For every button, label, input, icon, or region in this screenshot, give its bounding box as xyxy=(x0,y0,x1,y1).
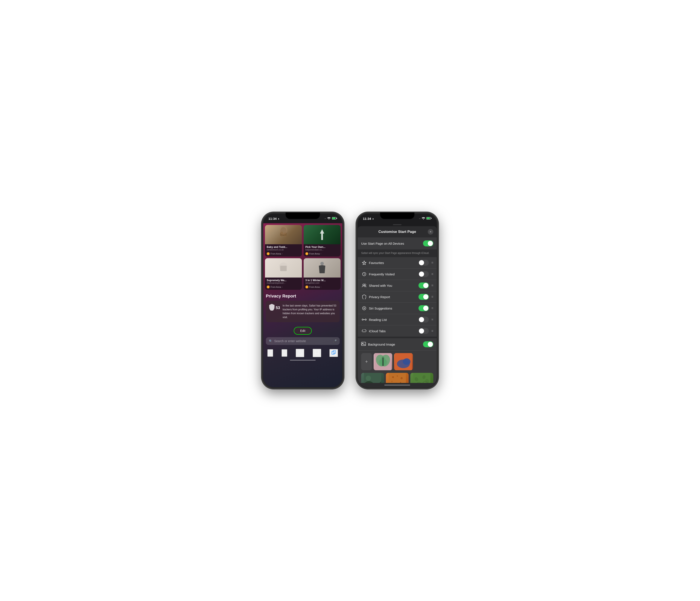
shared-grid: Baby and Todd... sandsresort.co.uk 🌟 Fro… xyxy=(263,223,342,291)
privacy-section: Privacy Report 53 In the last seven days… xyxy=(263,291,342,324)
reading-list-label: Reading List xyxy=(367,318,419,321)
svg-point-12 xyxy=(423,219,424,219)
favourites-item[interactable]: Favourites ≡ xyxy=(358,257,437,268)
bg-thumb-rhino[interactable] xyxy=(394,353,413,370)
icloud-tabs-drag: ≡ xyxy=(431,329,433,333)
privacy-icon: 53 xyxy=(269,304,280,312)
time-text: 11:34 xyxy=(268,217,277,220)
frequently-visited-controls: ≡ xyxy=(419,271,433,277)
sync-subtitle: Safari will sync your Start Page appeara… xyxy=(358,250,437,257)
shared-card-3[interactable]: Supremely Wa... marksandspencer... 🌟 Fro… xyxy=(265,258,302,290)
avatar-3: 🌟 xyxy=(267,286,270,288)
card-title-1: Baby and Todd... xyxy=(267,245,300,249)
card-info-1: Baby and Todd... sandsresort.co.uk xyxy=(265,244,302,252)
icloud-tabs-toggle[interactable] xyxy=(419,328,429,334)
bg-header-row: Background Image xyxy=(358,338,437,350)
svg-point-5 xyxy=(280,232,283,237)
favourites-icon xyxy=(361,261,367,265)
privacy-report-toggle[interactable] xyxy=(419,294,429,300)
svg-point-9 xyxy=(320,262,324,265)
sync-row: Use Start Page on All Devices xyxy=(358,237,437,250)
reading-list-drag: ≡ xyxy=(431,318,433,321)
svg-rect-8 xyxy=(280,266,287,271)
privacy-report-item[interactable]: Privacy Report ≡ xyxy=(358,291,437,303)
bg-thumb-butterfly[interactable] xyxy=(374,353,392,370)
avatar-4: 🌟 xyxy=(305,286,308,288)
home-bar-1 xyxy=(290,360,316,361)
card-from-3: 🌟 From Anna › xyxy=(265,285,302,290)
svg-point-39 xyxy=(397,375,398,377)
icloud-tabs-label: iCloud Tabs xyxy=(367,329,419,333)
frequently-visited-toggle[interactable] xyxy=(419,271,429,277)
favourites-toggle[interactable] xyxy=(419,260,429,266)
notch xyxy=(285,212,320,219)
back-button[interactable]: ‹ xyxy=(267,349,273,357)
siri-suggestions-icon xyxy=(361,306,367,310)
share-button[interactable] xyxy=(296,349,304,357)
sync-label: Use Start Page on All Devices xyxy=(361,242,404,245)
privacy-count: 53 xyxy=(276,306,280,310)
battery-icon-1 xyxy=(332,217,337,220)
svg-rect-14 xyxy=(427,217,430,219)
siri-suggestions-toggle[interactable] xyxy=(419,305,429,311)
close-button[interactable]: ✕ xyxy=(428,229,433,235)
svg-point-36 xyxy=(366,375,371,381)
location-icon-2: ▲ xyxy=(372,217,374,220)
card-url-1: sandsresort.co.uk xyxy=(267,249,300,251)
reading-list-item[interactable]: Reading List ≡ xyxy=(358,314,437,325)
sync-toggle[interactable] xyxy=(423,240,433,246)
search-placeholder: Search or enter website xyxy=(274,339,331,343)
svg-point-22 xyxy=(362,319,363,320)
bg-thumb-orange[interactable] xyxy=(386,373,409,383)
reading-list-toggle[interactable] xyxy=(419,317,429,322)
chevron-1: › xyxy=(282,253,282,255)
svg-point-38 xyxy=(392,376,394,378)
status-icons-1: ·· xyxy=(324,217,337,220)
siri-suggestions-drag: ≡ xyxy=(431,306,433,310)
panel-title: Customise Start Page xyxy=(378,230,416,234)
shared-card-4[interactable]: 3 in 1 Winter M... seraphine.com 🌟 From … xyxy=(304,258,341,290)
phone2-content: Customise Start Page ✕ Use Start Page on… xyxy=(358,223,437,387)
bg-toggle[interactable] xyxy=(423,341,433,347)
wifi-dots-2: ·· xyxy=(419,217,420,220)
svg-point-0 xyxy=(329,219,329,219)
forward-button[interactable]: › xyxy=(281,349,287,357)
shared-card-1[interactable]: Baby and Todd... sandsresort.co.uk 🌟 Fro… xyxy=(265,225,302,257)
bookmarks-button[interactable] xyxy=(312,349,321,357)
home-bar-2 xyxy=(384,385,410,386)
status-time-1: 11:34 ▲ xyxy=(268,217,280,220)
favourites-drag: ≡ xyxy=(431,261,433,265)
bg-thumb-green[interactable] xyxy=(410,373,433,383)
svg-rect-3 xyxy=(336,218,337,219)
from-text-3: From Anna xyxy=(271,286,281,288)
edit-button[interactable]: Edit xyxy=(294,327,312,335)
bg-images-row2 xyxy=(358,373,437,383)
panel-header: Customise Start Page ✕ xyxy=(358,230,437,237)
chevron-4: › xyxy=(321,286,321,288)
bottom-nav: ‹ › xyxy=(263,347,342,358)
tabs-button[interactable] xyxy=(329,349,338,357)
privacy-report-controls: ≡ xyxy=(419,294,433,300)
reading-list-controls: ≡ xyxy=(419,317,433,322)
bg-thumb-teal[interactable] xyxy=(361,373,384,383)
wifi-dots: ·· xyxy=(324,217,326,220)
shared-card-2[interactable]: Pick Your Own... balgoneestate.co... 🌟 F… xyxy=(304,225,341,257)
status-icons-2: ·· xyxy=(419,217,432,220)
siri-suggestions-label: Siri Suggestions xyxy=(367,307,419,310)
shared-with-you-item[interactable]: Shared with You ≡ xyxy=(358,280,437,291)
card-from-2: 🌟 From Anna › xyxy=(304,252,341,257)
icloud-tabs-item[interactable]: iCloud Tabs ≡ xyxy=(358,325,437,337)
frequently-visited-label: Frequently Visited xyxy=(367,272,419,276)
privacy-report-icon xyxy=(361,294,367,299)
shared-with-you-toggle[interactable] xyxy=(419,283,429,288)
bg-image-icon xyxy=(361,342,366,347)
frequently-visited-item[interactable]: Frequently Visited ≡ xyxy=(358,268,437,280)
chevron-2: › xyxy=(321,253,321,255)
siri-suggestions-item[interactable]: Siri Suggestions ≡ xyxy=(358,303,437,314)
search-bar[interactable]: 🔍 Search or enter website 🎤 xyxy=(266,337,340,345)
add-image-button[interactable]: + xyxy=(361,353,372,370)
search-icon: 🔍 xyxy=(269,339,273,343)
drag-handle-bar xyxy=(393,224,402,225)
icloud-tabs-icon xyxy=(361,329,367,333)
svg-rect-37 xyxy=(389,373,406,383)
